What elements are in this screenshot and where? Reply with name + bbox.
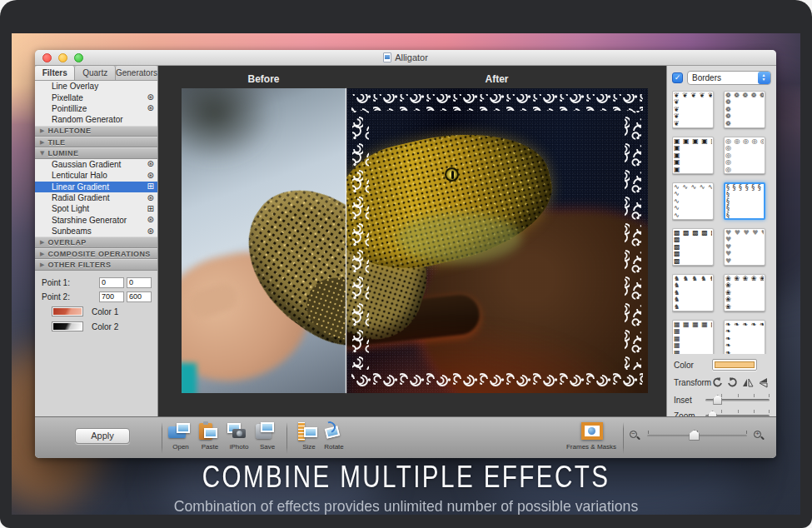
border-thumbnail-paisley-floral-border[interactable]: ❀ ❀ ❀ ❀ ❀ ❀ ❀ ❀ ❀ ❀ [724, 274, 765, 311]
filter-item-lenticular-halo[interactable]: Lenticular Halo⊛ [35, 170, 157, 181]
filter-settings-icon[interactable]: ⊛ [147, 104, 154, 112]
zoom-window-button[interactable] [74, 53, 83, 62]
tab-quartz[interactable]: Quartz [75, 66, 115, 80]
filters-panel: Filters Quartz Generators Line OverlayPi… [35, 66, 158, 416]
open-button[interactable]: Open [165, 421, 197, 451]
border-color-label: Color [674, 361, 712, 370]
filter-group-composite-operations[interactable]: ▶COMPOSITE OPERATIONS [35, 248, 157, 259]
before-after-divider[interactable] [346, 88, 346, 393]
filter-group-other-filters[interactable]: ▶OTHER FILTERS [35, 259, 157, 270]
promo-frame: Alligator Filters Quartz Generators Line… [0, 0, 812, 528]
point2-label: Point 2: [42, 292, 99, 301]
flip-horizontal-icon[interactable] [742, 377, 754, 388]
filter-item-linear-gradient[interactable]: Linear Gradient⊞ [35, 182, 157, 192]
canvas-zoom-slider-thumb[interactable] [689, 430, 700, 441]
filter-settings-icon[interactable]: ⊛ [147, 172, 154, 180]
border-thumbnail-leaf-scroll-border[interactable]: ❧ ❧ ❧ ❧ ❧ ❧ ❧ ❧ ❧ ❧ [724, 320, 765, 354]
canvas-zoom-slider[interactable] [647, 430, 747, 441]
title-bar[interactable]: Alligator [35, 50, 776, 66]
save-button[interactable]: Save [252, 421, 283, 451]
border-thumbnail-ribbon-squiggle-border[interactable]: ∿ ∿ ∿ ∿ ∿ ∿ ∿ ∿ ∿ ∿ [672, 182, 714, 220]
color1-label: Color 1 [92, 307, 118, 316]
filter-group-lumine[interactable]: ▼LUMINE [35, 147, 157, 158]
border-thumbnail-swirl-border[interactable]: § § § § § § § § § § [724, 182, 765, 220]
tab-generators[interactable]: Generators [116, 66, 157, 80]
iphoto-button[interactable]: iPhoto [223, 421, 255, 451]
border-thumbnail-checker-circles-border[interactable]: ▩ ▩ ▩ ▩ ▩ ▩ ▩ ▩ ▩ ▩ [672, 228, 714, 266]
border-thumbnail-floral-scroll-border[interactable]: ❦ ❦ ❦ ❦ ❦ ❦ ❦ ❦ ❦ ❦ [672, 91, 714, 128]
filter-target-icon[interactable]: ⊞ [147, 205, 154, 213]
disclosure-triangle-icon: ▶ [40, 127, 44, 134]
rotate-right-icon[interactable] [727, 377, 738, 388]
tab-filters[interactable]: Filters [35, 66, 75, 80]
filter-group-tile[interactable]: ▶TILE [35, 137, 157, 147]
point1-x-input[interactable] [99, 277, 124, 288]
disclosure-triangle-icon: ▶ [40, 239, 44, 246]
filter-item-sunbeams[interactable]: Sunbeams⊛ [35, 226, 157, 237]
filter-item-radial-gradient[interactable]: Radial Gradient⊛ [35, 192, 157, 203]
border-thumbnail-lattice-border[interactable]: ▦ ▦ ▦ ▦ ▦ ▦ ▦ ▦ ▦ ▦ [672, 320, 714, 354]
border-thumbnails-grid: ❦ ❦ ❦ ❦ ❦ ❦ ❦ ❦ ❦ ❦❁ ❁ ❁ ❁ ❁ ❁ ❁ ❁ ❁ ❁▣ … [672, 91, 772, 354]
point2-x-input[interactable] [99, 291, 124, 302]
border-transform-row: Transform [667, 377, 776, 388]
filter-target-icon[interactable]: ⊞ [147, 182, 154, 191]
filter-item-line-overlay[interactable]: Line Overlay [35, 81, 157, 92]
point1-row: Point 1: [42, 276, 154, 289]
filter-group-halftone[interactable]: ▶HALFTONE [35, 126, 157, 137]
apply-button[interactable]: Apply [75, 428, 130, 444]
dropdown-stepper-icon: ▲▼ [758, 72, 770, 84]
filter-settings-icon[interactable]: ⊛ [147, 93, 154, 102]
borders-header: ✓ Borders ▲▼ [667, 66, 776, 89]
hero-title: COMBINE MULTIPLE EFFECTS [91, 460, 722, 495]
border-thumbnail-greek-key-border[interactable]: ▣ ▣ ▣ ▣ ▣ ▣ ▣ ▣ ▣ ▣ [672, 137, 714, 174]
border-thumbnail-rope-knot-border[interactable]: ◎ ◎ ◎ ◎ ◎ ◎ ◎ ◎ ◎ ◎ [724, 137, 765, 174]
before-image [182, 88, 346, 393]
flip-vertical-icon[interactable] [758, 377, 769, 388]
filter-settings-icon[interactable]: ⊛ [147, 194, 154, 202]
inset-slider[interactable] [705, 394, 770, 406]
border-thumbnail-hearts-border[interactable]: ♥ ♥ ♥ ♥ ♥ ♥ ♥ ♥ ♥ ♥ [724, 228, 765, 266]
border-thumbnail-brush-blob-border[interactable]: ♞ ♞ ♞ ♞ ♞ ♞ ♞ ♞ ♞ ♞ [672, 274, 714, 311]
rotate-button[interactable]: Rotate [318, 421, 350, 451]
filter-settings-icon[interactable]: ⊛ [147, 227, 154, 236]
filter-item-spot-light[interactable]: Spot Light⊞ [35, 203, 157, 214]
disclosure-triangle-icon: ▶ [40, 251, 44, 257]
zoom-in-icon[interactable]: + [754, 431, 765, 441]
point1-label: Point 1: [42, 278, 99, 287]
disclosure-triangle-icon: ▼ [40, 150, 44, 157]
point2-y-input[interactable] [127, 291, 152, 302]
rotate-left-icon[interactable] [712, 377, 723, 388]
filter-item-starshine-generator[interactable]: Starshine Generator⊛ [35, 215, 157, 226]
rotate-icon [318, 421, 350, 442]
border-thumbnail-spiral-vine-border[interactable]: ❁ ❁ ❁ ❁ ❁ ❁ ❁ ❁ ❁ ❁ [724, 91, 765, 128]
disclosure-triangle-icon: ▶ [40, 139, 44, 146]
borders-checkbox[interactable]: ✓ [672, 72, 683, 83]
paste-button[interactable]: Paste [194, 421, 226, 451]
color2-label: Color 2 [92, 322, 118, 331]
filter-group-overlap[interactable]: ▶OVERLAP [35, 237, 157, 247]
open-icon [165, 421, 197, 442]
filter-item-gaussian-gradient[interactable]: Gaussian Gradient⊛ [35, 159, 157, 170]
filter-item-pointillize[interactable]: Pointillize⊛ [35, 103, 157, 114]
border-inset-label: Inset [674, 396, 705, 405]
bottom-toolbar: Apply Open Paste iPhoto Save [35, 416, 776, 458]
filter-item-random-generator[interactable]: Random Generator [35, 114, 157, 125]
filter-settings-icon[interactable]: ⊛ [147, 216, 154, 224]
point2-row: Point 2: [42, 290, 154, 303]
canvas-zoom-control: − + [630, 430, 765, 441]
toolbar-separator [623, 422, 624, 454]
filter-item-pixellate[interactable]: Pixellate⊛ [35, 92, 157, 102]
close-button[interactable] [42, 53, 52, 62]
frames-masks-icon [565, 421, 618, 442]
point1-y-input[interactable] [127, 277, 152, 288]
color2-well[interactable] [52, 321, 83, 331]
color1-row: Color 1 [42, 305, 154, 318]
borders-dropdown[interactable]: Borders ▲▼ [687, 71, 771, 85]
minimize-button[interactable] [58, 53, 67, 62]
border-color-well[interactable] [712, 359, 757, 371]
color1-well[interactable] [52, 306, 83, 316]
zoom-out-icon[interactable]: − [630, 431, 640, 441]
frames-masks-button[interactable]: Frames & Masks [565, 421, 618, 451]
filter-settings-icon[interactable]: ⊛ [147, 160, 154, 168]
disclosure-triangle-icon: ▶ [40, 262, 44, 268]
